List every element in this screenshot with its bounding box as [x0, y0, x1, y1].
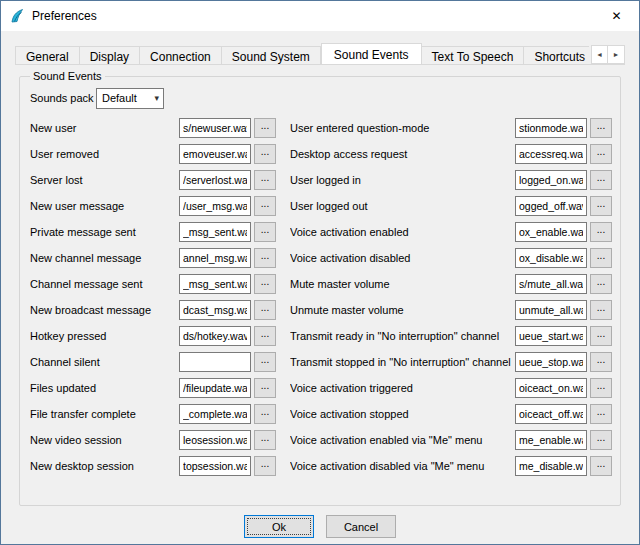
sound-file-input[interactable] — [179, 248, 251, 268]
arrow-left-icon: ◄ — [596, 51, 603, 58]
browse-button[interactable]: ... — [254, 300, 276, 320]
sound-file-input[interactable] — [515, 352, 587, 372]
sound-file-input[interactable] — [179, 196, 251, 216]
sound-event-row: Voice activation disabled via "Me" menu.… — [290, 456, 612, 476]
sound-event-label: Private message sent — [30, 226, 179, 238]
sound-event-row: Files updated... — [30, 378, 276, 398]
tab-page-sound-events: Sound Events Sounds pack Default ▾ New u… — [1, 70, 639, 538]
sound-file-input[interactable] — [179, 352, 251, 372]
sound-file-input[interactable] — [179, 378, 251, 398]
browse-button[interactable]: ... — [590, 196, 612, 216]
browse-button[interactable]: ... — [254, 430, 276, 450]
sound-event-label: Voice activation triggered — [290, 382, 515, 394]
browse-button[interactable]: ... — [590, 144, 612, 164]
ok-button[interactable]: Ok — [244, 515, 314, 538]
browse-button[interactable]: ... — [254, 326, 276, 346]
browse-button[interactable]: ... — [254, 196, 276, 216]
browse-button[interactable]: ... — [254, 456, 276, 476]
browse-button[interactable]: ... — [590, 404, 612, 424]
browse-button[interactable]: ... — [590, 430, 612, 450]
dialog-footer: Ok Cancel — [19, 515, 621, 538]
browse-button[interactable]: ... — [254, 404, 276, 424]
sound-event-label: New broadcast message — [30, 304, 179, 316]
sound-event-label: User logged in — [290, 174, 515, 186]
sound-file-input[interactable] — [515, 326, 587, 346]
sound-file-input[interactable] — [179, 300, 251, 320]
tab-display[interactable]: Display — [80, 46, 140, 65]
sound-file-input[interactable] — [179, 456, 251, 476]
sound-file-input[interactable] — [515, 404, 587, 424]
sound-event-label: User removed — [30, 148, 179, 160]
browse-button[interactable]: ... — [590, 248, 612, 268]
sound-file-input[interactable] — [179, 118, 251, 138]
browse-button[interactable]: ... — [254, 144, 276, 164]
sound-file-input[interactable] — [179, 274, 251, 294]
sounds-pack-value: Default — [102, 92, 154, 104]
browse-button[interactable]: ... — [254, 170, 276, 190]
close-button[interactable]: ✕ — [594, 1, 639, 31]
sound-event-label: Voice activation enabled via "Me" menu — [290, 434, 515, 446]
sound-file-input[interactable] — [179, 170, 251, 190]
sound-event-label: New user — [30, 122, 179, 134]
browse-button[interactable]: ... — [590, 222, 612, 242]
sound-event-row: Voice activation disabled... — [290, 248, 612, 268]
browse-button[interactable]: ... — [590, 456, 612, 476]
sound-file-input[interactable] — [179, 326, 251, 346]
sound-file-input[interactable] — [179, 430, 251, 450]
tab-sound-events[interactable]: Sound Events — [321, 43, 422, 65]
browse-button[interactable]: ... — [590, 326, 612, 346]
sound-file-input[interactable] — [515, 430, 587, 450]
browse-button[interactable]: ... — [590, 274, 612, 294]
sound-events-groupbox: Sound Events Sounds pack Default ▾ New u… — [19, 70, 621, 506]
sounds-pack-select[interactable]: Default ▾ — [96, 88, 164, 109]
sounds-pack-row: Sounds pack Default ▾ — [30, 87, 612, 109]
cancel-button[interactable]: Cancel — [326, 515, 396, 538]
sound-event-row: Channel silent... — [30, 352, 276, 372]
sound-file-input[interactable] — [179, 404, 251, 424]
sound-file-input[interactable] — [179, 222, 251, 242]
sound-event-row: Hotkey pressed... — [30, 326, 276, 346]
browse-button[interactable]: ... — [590, 300, 612, 320]
sound-event-label: File transfer complete — [30, 408, 179, 420]
browse-button[interactable]: ... — [590, 118, 612, 138]
window-title: Preferences — [32, 9, 97, 23]
sound-event-label: New channel message — [30, 252, 179, 264]
sound-file-input[interactable] — [515, 248, 587, 268]
sound-file-input[interactable] — [515, 144, 587, 164]
sound-event-row: User entered question-mode... — [290, 118, 612, 138]
tab-general[interactable]: General — [15, 46, 80, 65]
sound-event-label: New user message — [30, 200, 179, 212]
sound-event-label: Mute master volume — [290, 278, 515, 290]
tab-scroll-left-button[interactable]: ◄ — [591, 45, 608, 64]
sound-file-input[interactable] — [515, 196, 587, 216]
sound-event-row: Desktop access request... — [290, 144, 612, 164]
browse-button[interactable]: ... — [254, 378, 276, 398]
tab-text-to-speech[interactable]: Text To Speech — [422, 46, 525, 65]
browse-button[interactable]: ... — [590, 352, 612, 372]
sound-file-input[interactable] — [515, 118, 587, 138]
browse-button[interactable]: ... — [590, 378, 612, 398]
sound-file-input[interactable] — [515, 300, 587, 320]
sound-file-input[interactable] — [515, 378, 587, 398]
browse-button[interactable]: ... — [254, 352, 276, 372]
preferences-window: Preferences ✕ GeneralDisplayConnectionSo… — [0, 0, 640, 545]
sound-event-label: Voice activation enabled — [290, 226, 515, 238]
sound-file-input[interactable] — [515, 456, 587, 476]
sound-event-label: Channel silent — [30, 356, 179, 368]
tab-sound-system[interactable]: Sound System — [222, 46, 321, 65]
sound-event-row: New video session... — [30, 430, 276, 450]
browse-button[interactable]: ... — [254, 222, 276, 242]
sound-event-row: Mute master volume... — [290, 274, 612, 294]
sound-file-input[interactable] — [179, 144, 251, 164]
browse-button[interactable]: ... — [254, 274, 276, 294]
browse-button[interactable]: ... — [254, 118, 276, 138]
tab-scroll-right-button[interactable]: ► — [608, 45, 625, 64]
browse-button[interactable]: ... — [254, 248, 276, 268]
sound-file-input[interactable] — [515, 222, 587, 242]
sound-event-row: Voice activation enabled... — [290, 222, 612, 242]
tab-shortcuts[interactable]: Shortcuts — [524, 46, 596, 65]
sound-file-input[interactable] — [515, 170, 587, 190]
browse-button[interactable]: ... — [590, 170, 612, 190]
tab-connection[interactable]: Connection — [140, 46, 222, 65]
sound-file-input[interactable] — [515, 274, 587, 294]
